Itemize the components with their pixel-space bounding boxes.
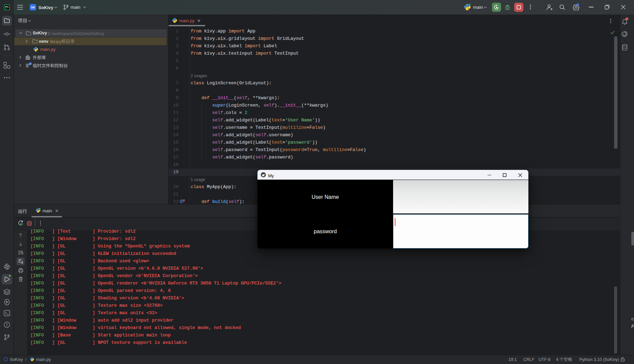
svg-text:PC: PC <box>5 5 9 8</box>
